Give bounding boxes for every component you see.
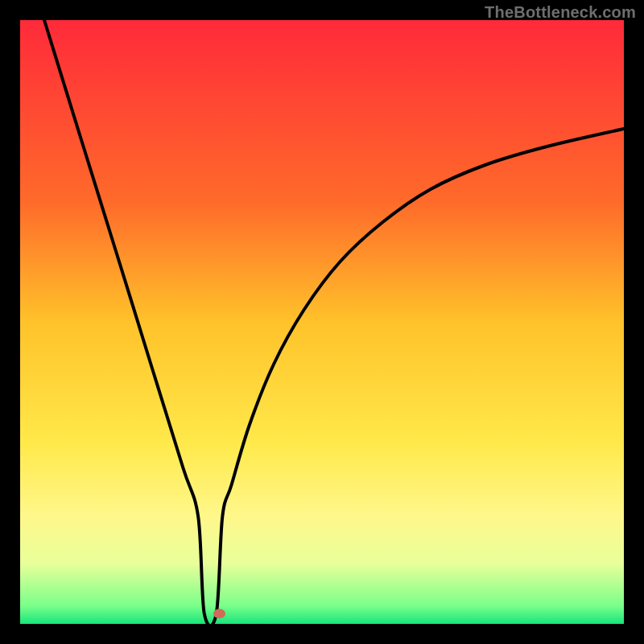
watermark-text: TheBottleneck.com: [485, 3, 636, 22]
optimal-point-marker: [213, 609, 225, 618]
chart-stage: TheBottleneck.com: [0, 0, 644, 644]
gradient-background: [20, 20, 624, 624]
bottleneck-chart: [20, 20, 624, 624]
